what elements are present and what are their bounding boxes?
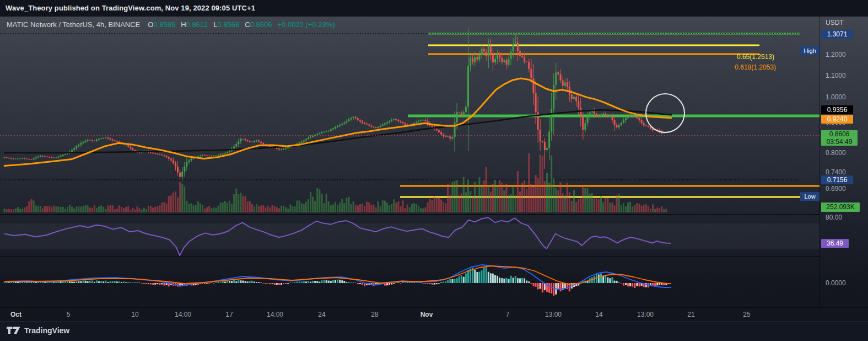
ohlc-values: O0.8586 H0.8612 L0.8568 C0.8606 +0.0020 …: [148, 20, 335, 29]
price-tick: 0.7400: [826, 168, 846, 176]
rsi-band: [0, 223, 820, 249]
time-tick: 14:00: [267, 311, 283, 318]
chart-plot[interactable]: [0, 17, 820, 307]
time-tick: 21: [687, 311, 694, 318]
price-tick: 0.6900: [826, 185, 846, 193]
footer-bar: TradingView: [0, 321, 868, 341]
time-tick: 14:00: [175, 311, 191, 318]
time-tick: 17: [225, 311, 233, 318]
fib-0618-label: 0.618(1.2053): [710, 63, 776, 71]
low-value: 0.8568: [218, 20, 240, 29]
price-tick: 1.1000: [826, 72, 846, 79]
open-value: 0.8586: [153, 20, 175, 29]
time-tick: 13:00: [545, 311, 562, 318]
macd-histogram: [4, 267, 667, 296]
price-tick: 0.8000: [826, 149, 846, 157]
time-tick: 28: [371, 311, 378, 318]
low-label: Low: [800, 192, 820, 201]
tradingview-brand[interactable]: TradingView: [7, 326, 69, 335]
price-tick: 1.0000: [826, 93, 846, 101]
time-tick: Nov: [420, 311, 433, 318]
time-tick: 5: [67, 311, 71, 318]
time-tick: 10: [131, 311, 138, 318]
time-tick: Oct: [10, 311, 21, 318]
price-tick: 1.2000: [826, 51, 846, 58]
tradingview-published-chart: Wave_Theory published on TradingView.com…: [0, 0, 868, 341]
time-axis[interactable]: Oct51014:001714:002428Nov713:001413:0021…: [0, 307, 868, 322]
time-tick: 14: [595, 311, 602, 318]
price-tick: 80.00: [826, 214, 842, 221]
candlestick-series: [4, 29, 667, 182]
price-tick: 0.0000: [826, 279, 846, 287]
publish-title: Wave_Theory published on TradingView.com…: [6, 4, 255, 12]
time-tick: 13:00: [637, 311, 654, 318]
price-scale[interactable]: USDT 1.20001.10001.00000.90000.80000.740…: [820, 17, 868, 307]
fib-065-label: 0.65(1.2513): [708, 53, 774, 61]
publish-bar: Wave_Theory published on TradingView.com…: [0, 0, 868, 17]
last-price-badge: 0.860603:54:49: [821, 130, 858, 146]
time-tick: 7: [506, 311, 510, 318]
volume-badge: 252.093K: [821, 203, 860, 212]
chart-legend: MATIC Network / TetherUS, 4h, BINANCE O0…: [7, 19, 335, 29]
chart-canvas[interactable]: MATIC Network / TetherUS, 4h, BINANCE O0…: [0, 17, 868, 321]
volume-series: [4, 153, 667, 212]
ma-slow-badge: 0.9356: [821, 105, 853, 114]
low-price-badge: 0.7156: [821, 175, 853, 184]
scale-currency: USDT: [826, 19, 844, 26]
high-price-badge: 1.3071: [821, 30, 853, 39]
high-value: 0.8612: [186, 20, 208, 29]
tradingview-logo-icon: [7, 327, 20, 334]
time-tick: 25: [743, 311, 750, 318]
rsi-badge: 36.49: [821, 239, 849, 248]
time-tick: 24: [318, 311, 325, 318]
ma-fast-badge: 0.9240: [821, 115, 853, 124]
close-value: 0.8606: [250, 20, 272, 29]
high-label: High: [800, 46, 820, 55]
change-value: +0.0020 (+0.23%): [277, 20, 335, 29]
symbol-title[interactable]: MATIC Network / TetherUS, 4h, BINANCE: [7, 20, 140, 29]
